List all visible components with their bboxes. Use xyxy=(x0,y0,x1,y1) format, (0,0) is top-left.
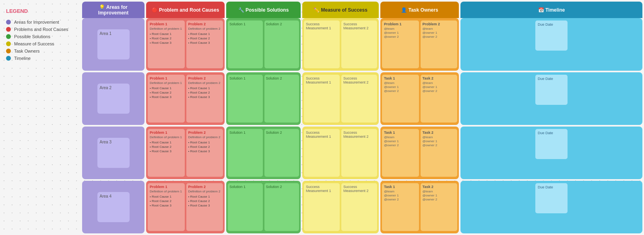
task-card-1-2: Problem 2 @team @owner 1 @owner 2 xyxy=(421,20,458,68)
solution-card-4-2: Solution 2 xyxy=(264,183,299,231)
col-header-problems: 🔴 Problem and Root Causes xyxy=(146,2,225,18)
timeline-card-1: Due Date xyxy=(535,20,568,51)
board: 💡 Areas for Improvement 🔴 Problem and Ro… xyxy=(80,0,644,235)
cell-tasks-1: Problem 1 @team @owner 1 @owner 2 Proble… xyxy=(380,18,459,71)
cell-measure-2: Success Measurement 1 Success Measuremen… xyxy=(302,72,379,125)
cell-measure-1: Success Measurement 1 Success Measuremen… xyxy=(302,18,379,71)
timeline-card-4: Due Date xyxy=(535,183,568,213)
col-header-area: 💡 Areas for Improvement xyxy=(82,2,144,18)
cell-problems-3: Problem 1 Definition of problem 1 • Root… xyxy=(146,127,225,179)
legend-dot-problems xyxy=(6,27,11,32)
legend-label-measure: Measure of Success xyxy=(14,41,54,46)
task-card-2-2: Task 2 @team @owner 1 @owner 2 xyxy=(421,75,458,123)
solution-card-3-2: Solution 2 xyxy=(264,129,299,177)
measure-card-4-2: Success Measurement 2 xyxy=(341,183,377,231)
cell-tasks-4: Task 1 @team @owner 1 @owner 2 Task 2 @t… xyxy=(380,181,459,233)
solution-card-2-2: Solution 2 xyxy=(264,75,299,123)
problem-card-2-2: Problem 2 Definition of problem 2 • Root… xyxy=(186,75,223,123)
task-card-4-2: Task 2 @team @owner 1 @owner 2 xyxy=(421,183,458,231)
cell-measure-3: Success Measurement 1 Success Measuremen… xyxy=(302,127,379,179)
measure-card-4-1: Success Measurement 1 xyxy=(304,183,340,231)
legend-title: LEGEND xyxy=(6,8,74,14)
row-4: Area 4 Problem 1 Definition of problem 1… xyxy=(82,181,642,233)
measure-card-2-2: Success Measurement 2 xyxy=(341,75,377,123)
task-card-3-2: Task 2 @team @owner 1 @owner 2 xyxy=(421,129,458,177)
area-card-1: Area 1 xyxy=(97,29,130,59)
legend-item-area: Areas for Improvement xyxy=(6,20,74,25)
solution-card-2-1: Solution 1 xyxy=(228,75,263,123)
row-3: Area 3 Problem 1 Definition of problem 1… xyxy=(82,127,642,179)
cell-problems-1: Problem 1 Definition of problem 1 • Root… xyxy=(146,18,225,71)
main-container: LEGEND Areas for Improvement Problems an… xyxy=(0,0,644,235)
legend-item-measure: Measure of Success xyxy=(6,41,74,46)
col-header-solutions: 🔧 Possible Solutions xyxy=(226,2,301,18)
header-row: 💡 Areas for Improvement 🔴 Problem and Ro… xyxy=(80,0,644,18)
task-card-2-1: Task 1 @team @owner 1 @owner 2 xyxy=(382,75,419,123)
problem-card-2-1: Problem 1 Definition of problem 1 • Root… xyxy=(148,75,185,123)
legend-dot-timeline xyxy=(6,56,11,61)
legend-dot-solutions xyxy=(6,34,11,39)
solution-card-3-1: Solution 1 xyxy=(228,129,263,177)
cell-timeline-2: Due Date xyxy=(460,72,642,125)
task-card-1-1: Problem 1 @team @owner 1 @owner 2 xyxy=(382,20,419,68)
area-card-3: Area 3 xyxy=(97,138,130,168)
legend-dot-measure xyxy=(6,41,11,46)
cell-solutions-1: Solution 1 Solution 2 xyxy=(226,18,301,71)
problem-card-4-2: Problem 2 Definition of problem 2 • Root… xyxy=(186,183,223,231)
cell-area-2: Area 2 xyxy=(82,72,144,125)
problem-card-1-1: Problem 1 Definition of problem 1 • Root… xyxy=(148,20,185,68)
legend-item-tasks: Task Owners xyxy=(6,49,74,53)
cell-measure-4: Success Measurement 1 Success Measuremen… xyxy=(302,181,379,233)
measure-card-1-1: Success Measurement 1 xyxy=(304,20,340,68)
problem-card-3-1: Problem 1 Definition of problem 1 • Root… xyxy=(148,129,185,177)
cell-timeline-3: Due Date xyxy=(460,127,642,179)
col-header-timeline: 📅 Timeline xyxy=(460,2,642,18)
task-card-4-1: Task 1 @team @owner 1 @owner 2 xyxy=(382,183,419,231)
cell-problems-4: Problem 1 Definition of problem 1 • Root… xyxy=(146,181,225,233)
measure-card-2-1: Success Measurement 1 xyxy=(304,75,340,123)
timeline-card-3: Due Date xyxy=(535,129,568,159)
cell-solutions-2: Solution 1 Solution 2 xyxy=(226,72,301,125)
measure-card-1-2: Success Measurement 2 xyxy=(341,20,377,68)
cell-timeline-4: Due Date xyxy=(460,181,642,233)
cell-timeline-1: Due Date xyxy=(460,18,642,71)
solution-card-4-1: Solution 1 xyxy=(228,183,263,231)
area-card-2: Area 2 xyxy=(97,84,130,114)
legend-item-timeline: Timeline xyxy=(6,56,74,61)
row-2: Area 2 Problem 1 Definition of problem 1… xyxy=(82,72,642,125)
content-area: Area 1 Problem 1 Definition of problem 1… xyxy=(80,18,644,235)
legend-label-area: Areas for Improvement xyxy=(14,20,59,25)
problem-card-3-2: Problem 2 Definition of problem 2 • Root… xyxy=(186,129,223,177)
cell-problems-2: Problem 1 Definition of problem 1 • Root… xyxy=(146,72,225,125)
cell-solutions-3: Solution 1 Solution 2 xyxy=(226,127,301,179)
legend-label-timeline: Timeline xyxy=(14,56,31,61)
legend-label-problems: Problems and Root Causes xyxy=(14,27,68,32)
cell-area-3: Area 3 xyxy=(82,127,144,179)
timeline-card-2: Due Date xyxy=(535,75,568,105)
problem-card-1-2: Problem 2 Definition of problem 2 • Root… xyxy=(186,20,223,68)
cell-tasks-2: Task 1 @team @owner 1 @owner 2 Task 2 @t… xyxy=(380,72,459,125)
legend-item-problems: Problems and Root Causes xyxy=(6,27,74,32)
cell-solutions-4: Solution 1 Solution 2 xyxy=(226,181,301,233)
row-1: Area 1 Problem 1 Definition of problem 1… xyxy=(82,18,642,71)
legend-label-tasks: Task Owners xyxy=(14,49,40,53)
legend-dot-tasks xyxy=(6,49,11,53)
cell-area-4: Area 4 xyxy=(82,181,144,233)
solution-card-1-2: Solution 2 xyxy=(264,20,299,68)
measure-card-3-2: Success Measurement 2 xyxy=(341,129,377,177)
problem-card-4-1: Problem 1 Definition of problem 1 • Root… xyxy=(148,183,185,231)
col-header-tasks: 👤 Task Owners xyxy=(380,2,459,18)
solution-card-1-1: Solution 1 xyxy=(228,20,263,68)
area-card-4: Area 4 xyxy=(97,192,130,222)
cell-area-1: Area 1 xyxy=(82,18,144,71)
cell-tasks-3: Task 1 @team @owner 1 @owner 2 Task 2 @t… xyxy=(380,127,459,179)
col-header-measure: ✏️ Measure of Success xyxy=(302,2,379,18)
legend-dot-area xyxy=(6,20,11,25)
task-card-3-1: Task 1 @team @owner 1 @owner 2 xyxy=(382,129,419,177)
legend-label-solutions: Possible Solutions xyxy=(14,34,50,39)
measure-card-3-1: Success Measurement 1 xyxy=(304,129,340,177)
legend-panel: LEGEND Areas for Improvement Problems an… xyxy=(0,0,80,235)
legend-item-solutions: Possible Solutions xyxy=(6,34,74,39)
